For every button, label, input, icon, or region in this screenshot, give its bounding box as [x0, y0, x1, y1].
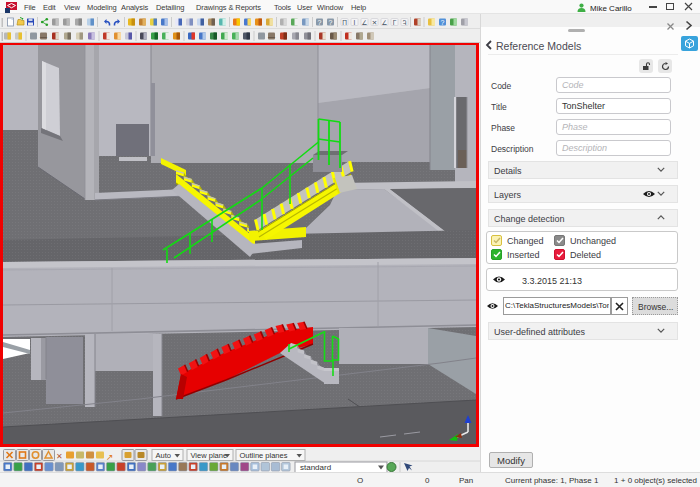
svg-text:Ꮈ: Ꮈ: [403, 19, 407, 26]
svg-text:✕: ✕: [372, 19, 377, 26]
svg-text:—: —: [40, 33, 47, 40]
svg-text:Outline planes: Outline planes: [240, 451, 288, 460]
svg-text:∠: ∠: [362, 19, 368, 26]
svg-text:—: —: [268, 33, 275, 40]
svg-text:✕: ✕: [56, 452, 63, 461]
svg-text:∠: ∠: [382, 19, 388, 26]
svg-text:?: ?: [329, 19, 333, 26]
svg-text:View plane: View plane: [191, 451, 228, 460]
svg-text:Π: Π: [342, 19, 347, 26]
svg-text:standard: standard: [300, 463, 331, 472]
svg-text:Ι: Ι: [354, 19, 356, 26]
svg-text:↗: ↗: [106, 452, 114, 462]
svg-text:Auto: Auto: [156, 451, 171, 460]
svg-text:?: ?: [318, 19, 322, 26]
svg-text:Γ: Γ: [393, 19, 397, 26]
svg-text:?: ?: [441, 19, 445, 26]
